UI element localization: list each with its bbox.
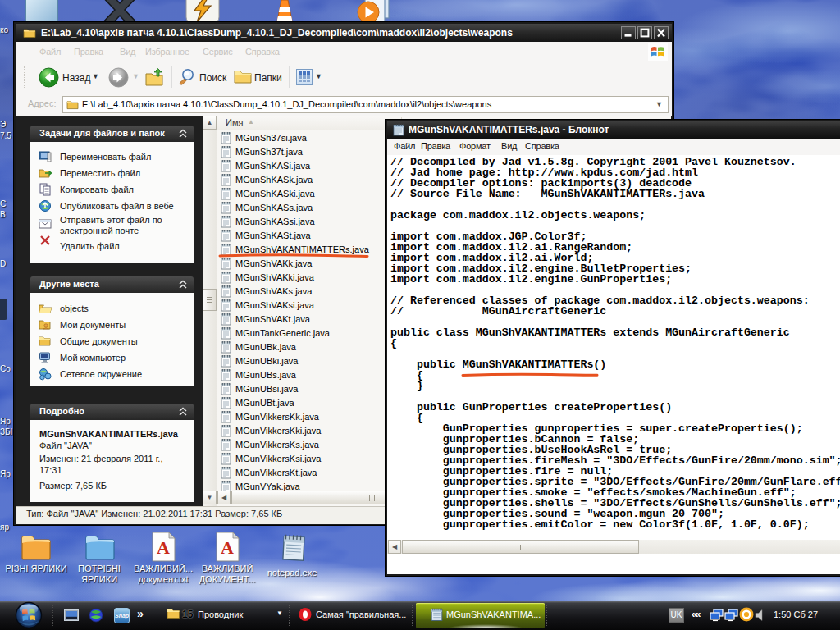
svg-text:A: A xyxy=(221,537,234,558)
svg-text:A: A xyxy=(157,537,170,558)
